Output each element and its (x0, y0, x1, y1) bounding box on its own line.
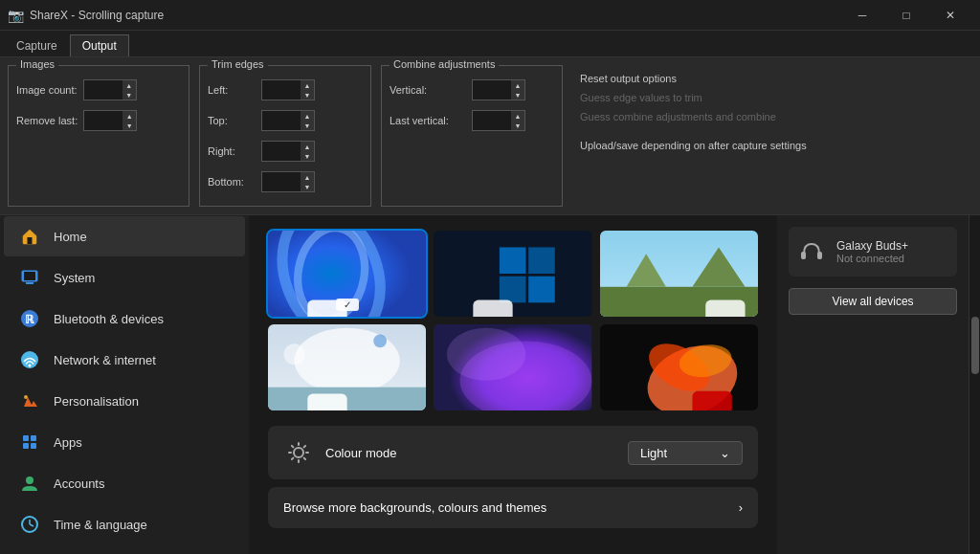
sidebar-item-time[interactable]: Time & language (4, 504, 245, 544)
bottom-input[interactable]: 0 ▲▼ (261, 171, 315, 192)
sidebar-item-apps[interactable]: Apps (4, 422, 245, 462)
right-up[interactable]: ▲ (301, 142, 314, 151)
content-area: ✓ (249, 215, 777, 554)
sidebar-item-bluetooth-label: Bluetooth & devices (54, 312, 164, 326)
vertical-up[interactable]: ▲ (511, 80, 524, 90)
svg-rect-3 (24, 272, 35, 280)
top-input[interactable]: 0 ▲▼ (261, 110, 315, 131)
sidebar-item-personalisation[interactable]: Personalisation (4, 381, 245, 421)
remove-last-row: Remove last: 0 ▲ ▼ (16, 110, 181, 131)
last-vertical-input[interactable]: 0 ▲▼ (472, 110, 525, 131)
sidebar-item-gaming[interactable]: Gaming (4, 545, 245, 554)
left-up[interactable]: ▲ (301, 80, 314, 90)
time-icon (19, 514, 40, 535)
browse-backgrounds-row[interactable]: Browse more backgrounds, colours and the… (268, 487, 758, 528)
remove-last-input[interactable]: 0 ▲ ▼ (83, 110, 137, 131)
colour-mode-icon (283, 437, 314, 468)
sidebar-item-home-label: Home (54, 230, 87, 244)
image-count-up[interactable]: ▲ (122, 80, 136, 90)
svg-point-7 (29, 365, 32, 367)
bottom-up[interactable]: ▲ (301, 172, 314, 182)
svg-rect-41 (307, 394, 346, 410)
trim-edges-group: Trim edges Left: 0 ▲▼ Top: 0 ▲▼ Right: 0… (199, 65, 371, 207)
device-info: Galaxy Buds+ Not connected (836, 239, 908, 264)
left-down[interactable]: ▼ (301, 90, 314, 100)
last-vertical-label: Last vertical: (390, 115, 466, 126)
browse-backgrounds-label: Browse more backgrounds, colours and the… (283, 500, 546, 515)
bottom-row: Bottom: 0 ▲▼ (208, 171, 363, 192)
sidebar-item-bluetooth[interactable]: ℝ Bluetooth & devices (4, 299, 245, 339)
app-title: ShareX - Scrolling capture (30, 9, 164, 22)
right-input[interactable]: 0 ▲▼ (261, 141, 315, 162)
left-input[interactable]: 0 ▲▼ (261, 79, 315, 100)
image-count-field[interactable]: 1 (84, 82, 122, 98)
view-all-devices-button[interactable]: View all devices (789, 288, 957, 315)
close-button[interactable]: ✕ (928, 0, 972, 31)
wallpaper-item-2[interactable] (434, 231, 591, 317)
remove-last-down[interactable]: ▼ (122, 121, 136, 130)
left-field[interactable]: 0 (262, 82, 301, 98)
sidebar-item-home[interactable]: Home (4, 216, 245, 256)
vertical-down[interactable]: ▼ (511, 90, 524, 100)
sidebar-item-network[interactable]: Network & internet (4, 340, 245, 380)
network-icon (19, 349, 40, 370)
wallpaper-item-5[interactable] (434, 324, 591, 410)
last-vertical-up[interactable]: ▲ (511, 111, 524, 121)
sidebar-item-system[interactable]: System (4, 257, 245, 298)
remove-last-up[interactable]: ▲ (122, 111, 136, 121)
tab-output[interactable]: Output (70, 34, 129, 56)
svg-text:ℝ: ℝ (25, 313, 34, 326)
last-vertical-down[interactable]: ▼ (511, 121, 524, 130)
svg-rect-28 (529, 247, 556, 274)
right-field[interactable]: 0 (262, 144, 301, 159)
sidebar-item-accounts[interactable]: Accounts (4, 463, 245, 503)
colour-mode-row: Colour mode Light ⌄ (268, 426, 758, 479)
combine-group: Combine adjustments Vertical: 0 ▲▼ Last … (381, 65, 563, 207)
top-field[interactable]: 0 (262, 113, 301, 128)
svg-rect-2 (26, 282, 33, 284)
image-count-down[interactable]: ▼ (122, 90, 136, 100)
vertical-field[interactable]: 0 (473, 82, 511, 98)
combine-group-label: Combine adjustments (390, 58, 499, 70)
image-count-input[interactable]: 1 ▲ ▼ (83, 79, 137, 100)
image-count-spinner[interactable]: ▲ ▼ (122, 80, 136, 100)
last-vertical-field[interactable]: 0 (473, 113, 511, 128)
main-area: Home System ℝ Bluetooth & devices (0, 215, 980, 554)
wallpaper-item-1[interactable]: ✓ (268, 231, 426, 317)
device-status: Not connected (836, 253, 908, 264)
headphones-icon (796, 234, 827, 269)
sidebar-item-time-label: Time & language (54, 518, 147, 532)
devices-panel: Galaxy Buds+ Not connected View all devi… (777, 215, 969, 554)
svg-rect-9 (23, 435, 29, 441)
remove-last-field[interactable]: 0 (84, 113, 122, 128)
wallpaper-item-3[interactable] (600, 231, 758, 317)
guess-combine-btn: Guess combine adjustments and combine (580, 107, 965, 126)
maximize-button[interactable]: □ (884, 0, 928, 31)
minimize-button[interactable]: ─ (840, 0, 884, 31)
sidebar-item-personalisation-label: Personalisation (54, 394, 139, 409)
title-bar: 📷 ShareX - Scrolling capture ─ □ ✕ (0, 0, 980, 31)
svg-line-16 (30, 524, 33, 526)
wallpaper-item-4[interactable] (268, 324, 426, 410)
bottom-down[interactable]: ▼ (301, 182, 314, 191)
top-up[interactable]: ▲ (301, 111, 314, 121)
bottom-field[interactable]: 0 (262, 174, 301, 189)
wallpaper-item-6[interactable] (600, 324, 758, 410)
right-down[interactable]: ▼ (301, 151, 314, 161)
scroll-track[interactable] (969, 215, 980, 554)
reset-output-btn[interactable]: Reset output options (580, 69, 965, 88)
colour-mode-dropdown[interactable]: Light ⌄ (628, 441, 743, 465)
tab-capture[interactable]: Capture (4, 34, 70, 56)
svg-rect-30 (529, 277, 556, 303)
top-label: Top: (208, 115, 256, 126)
scroll-thumb[interactable] (971, 317, 979, 374)
right-row: Right: 0 ▲▼ (208, 141, 363, 162)
svg-point-8 (24, 395, 28, 399)
svg-point-40 (284, 343, 305, 365)
remove-last-spinner[interactable]: ▲ ▼ (122, 111, 136, 130)
sidebar-item-apps-label: Apps (54, 435, 82, 450)
vertical-input[interactable]: 0 ▲▼ (472, 79, 525, 100)
top-down[interactable]: ▼ (301, 121, 314, 130)
image-count-label: Image count: (16, 84, 78, 96)
upload-save-btn[interactable]: Upload/save depending on after capture s… (580, 136, 965, 155)
